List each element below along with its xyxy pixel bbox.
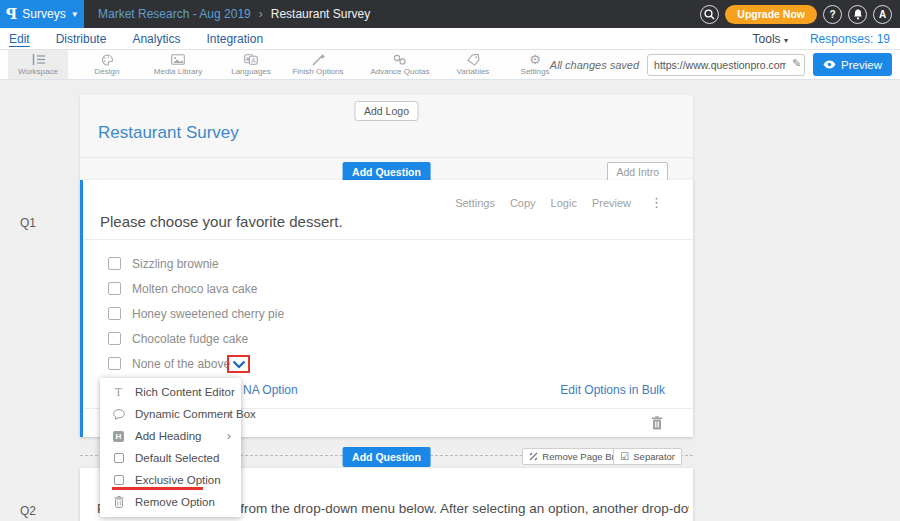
answer-options: Sizzling brownie Molten choco lava cake … (108, 251, 284, 376)
chevron-right-icon: › (227, 431, 231, 441)
question-preview-link[interactable]: Preview (592, 197, 631, 209)
preview-button[interactable]: Preview (813, 53, 892, 76)
question-text-q1[interactable]: Please choose your favorite dessert. (100, 213, 343, 230)
nav-tabs: Edit Distribute Analytics Integration (0, 32, 263, 46)
questionpro-logo-icon: P (6, 5, 17, 23)
answer-option-row: Sizzling brownie (108, 251, 284, 276)
question-settings-link[interactable]: Settings (455, 197, 495, 209)
help-button[interactable]: ? (823, 5, 842, 24)
delete-question-button[interactable] (651, 416, 663, 430)
option-context-menu: T Rich Content Editor Dynamic Comment Bo… (100, 378, 241, 517)
breadcrumb-separator: › (259, 7, 263, 21)
menu-item-default-selected[interactable]: Default Selected (100, 447, 241, 469)
add-question-button-middle[interactable]: Add Question (342, 447, 431, 467)
eye-icon (823, 60, 836, 69)
tab-distribute[interactable]: Distribute (56, 32, 107, 46)
ribbon-right: All changes saved ✎ Preview (550, 53, 892, 76)
ribbon-item-media-library[interactable]: Media Library (140, 50, 216, 79)
chevron-down-icon: ▾ (784, 36, 788, 45)
image-icon (171, 53, 185, 66)
tag-icon (467, 53, 480, 66)
add-question-button-top[interactable]: Add Question (342, 162, 431, 182)
search-icon (704, 9, 715, 20)
tab-analytics[interactable]: Analytics (132, 32, 180, 46)
tab-edit[interactable]: Edit (9, 32, 30, 46)
survey-header: Add Logo Restaurant Survey Add Question … (80, 95, 693, 180)
ribbon-item-workspace[interactable]: Workspace (8, 50, 68, 79)
menu-item-remove-option[interactable]: Remove Option (100, 491, 241, 513)
search-button[interactable] (700, 5, 719, 24)
question-logic-link[interactable]: Logic (551, 197, 577, 209)
kebab-menu-icon[interactable]: ⋮ (650, 195, 663, 210)
ribbon-item-advance-quotas[interactable]: Advance Quotas (356, 50, 444, 79)
add-logo-button[interactable]: Add Logo (354, 101, 419, 121)
answer-option-row: Molten choco lava cake (108, 276, 284, 301)
breadcrumb-folder[interactable]: Market Research - Aug 2019 (98, 7, 251, 21)
magic-wand-icon (312, 53, 325, 66)
responses-link[interactable]: Responses: 19 (810, 32, 890, 46)
remove-page-break-icon (529, 452, 538, 461)
main-nav: Edit Distribute Analytics Integration To… (0, 28, 900, 50)
translate-icon: A✱ (244, 53, 258, 66)
trash-icon (651, 416, 663, 430)
checked-checkbox-icon: ☑ (620, 451, 629, 462)
question-copy-link[interactable]: Copy (510, 197, 536, 209)
ribbon-item-design[interactable]: Design (74, 50, 140, 79)
trash-icon (111, 496, 126, 508)
menu-item-dynamic-comment-box[interactable]: Dynamic Comment Box › (100, 403, 241, 425)
workspace-icon (32, 53, 45, 66)
breadcrumb: Market Research - Aug 2019 › Restaurant … (84, 7, 370, 21)
surveys-menu[interactable]: P Surveys ▼ (0, 0, 84, 28)
tools-menu[interactable]: Tools ▾ (753, 32, 788, 46)
gear-icon: ⚙ (529, 53, 541, 66)
avatar[interactable]: A (873, 5, 892, 24)
text-format-icon: T (111, 385, 126, 400)
topbar-actions: Upgrade Now ? A (700, 0, 892, 28)
exclusive-option-annotation-underline (112, 487, 203, 490)
breadcrumb-survey-name: Restaurant Survey (271, 7, 370, 21)
survey-canvas: Q1 Q2 Add Logo Restaurant Survey Add Que… (0, 80, 900, 521)
surveys-menu-label: Surveys (22, 7, 65, 21)
ribbon-item-finish-options[interactable]: Finish Options (280, 50, 356, 79)
question-number-q1: Q1 (20, 216, 36, 230)
divider (83, 239, 693, 240)
notifications-button[interactable] (848, 5, 867, 24)
ribbon-items: Workspace Design Media Library A✱ Langua… (0, 50, 568, 79)
chevron-right-icon: › (227, 409, 231, 419)
tab-integration[interactable]: Integration (206, 32, 263, 46)
bell-icon (853, 9, 863, 20)
checkbox-icon[interactable] (108, 282, 121, 295)
heading-icon: H (111, 431, 126, 442)
na-option-link[interactable]: NA Option (243, 383, 298, 397)
chevron-down-icon (232, 360, 246, 369)
menu-item-add-heading[interactable]: H Add Heading › (100, 425, 241, 447)
option-menu-chevron-annotation[interactable] (227, 355, 250, 373)
checkbox-icon[interactable] (108, 257, 121, 270)
checkbox-icon (111, 475, 126, 485)
answer-option-row: None of the above (108, 351, 284, 376)
ribbon-item-languages[interactable]: A✱ Languages (222, 50, 280, 79)
add-intro-button[interactable]: Add Intro (607, 162, 668, 182)
edit-url-pencil-icon[interactable]: ✎ (792, 57, 801, 70)
answer-option-row: Honey sweetened cherry pie (108, 301, 284, 326)
nav-right: Tools ▾ Responses: 19 (753, 32, 890, 46)
palette-icon (101, 53, 114, 66)
question-number-q2: Q2 (20, 504, 36, 518)
comment-icon (111, 409, 126, 420)
ribbon-item-variables[interactable]: Variables (444, 50, 502, 79)
upgrade-now-button[interactable]: Upgrade Now (725, 5, 817, 24)
separator-button[interactable]: ☑ Separator (613, 448, 682, 465)
ribbon-toolbar: Workspace Design Media Library A✱ Langua… (0, 50, 900, 80)
answer-option-row: Chocolate fudge cake (108, 326, 284, 351)
checkbox-icon[interactable] (108, 357, 121, 370)
checkbox-icon[interactable] (108, 307, 121, 320)
checkbox-icon[interactable] (108, 332, 121, 345)
survey-title[interactable]: Restaurant Survey (98, 123, 239, 143)
svg-text:A: A (251, 57, 256, 64)
survey-url-input[interactable] (647, 54, 805, 76)
question-actions: Settings Copy Logic Preview ⋮ (455, 195, 663, 210)
autosave-status: All changes saved (550, 59, 639, 71)
chain-links-icon (393, 53, 407, 66)
menu-item-rich-content-editor[interactable]: T Rich Content Editor (100, 381, 241, 403)
edit-options-in-bulk-link[interactable]: Edit Options in Bulk (560, 383, 665, 397)
